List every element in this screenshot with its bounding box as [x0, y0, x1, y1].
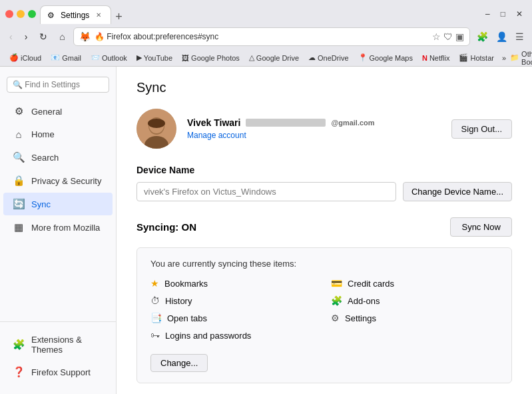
credit-card-icon: 💳	[331, 278, 342, 289]
general-icon: ⚙	[13, 105, 25, 117]
addons-icon: 🧩	[331, 295, 342, 306]
change-device-name-button[interactable]: Change Device Name...	[403, 182, 512, 201]
tab-favicon: ⚙	[47, 11, 57, 20]
sidebar-item-sync[interactable]: 🔄 Sync	[3, 193, 113, 215]
sync-item-bookmarks: ★ Bookmarks	[150, 278, 318, 289]
url-display: 🔥 Firefox about:preferences#sync	[95, 32, 428, 41]
minimize-window-button[interactable]	[17, 10, 25, 18]
close-button[interactable]: ✕	[512, 8, 527, 20]
extensions-icon[interactable]: 🧩	[474, 30, 491, 43]
restore-button[interactable]: □	[497, 8, 509, 20]
active-tab[interactable]: ⚙ Settings ✕	[40, 5, 111, 24]
sync-description: You are currently syncing these items:	[150, 259, 498, 269]
address-bar[interactable]: 🦊 🔥 Firefox about:preferences#sync ☆ 🛡 ▣	[73, 27, 470, 46]
page-title: Sync	[136, 80, 512, 95]
shield-icon[interactable]: 🛡	[443, 31, 453, 42]
profile-info: Vivek Tiwari @gmail.com Manage account	[187, 117, 441, 140]
find-settings-area	[0, 73, 116, 99]
logins-icon: 🗝	[150, 330, 160, 341]
back-button[interactable]: ‹	[5, 29, 17, 44]
sync-items-grid: ★ Bookmarks 💳 Credit cards ⏱ History 🧩 A…	[150, 278, 498, 341]
sidebar-item-label: More from Mozilla	[31, 223, 100, 233]
close-window-button[interactable]	[5, 10, 13, 18]
tab-close-button[interactable]: ✕	[93, 10, 104, 21]
sync-now-button[interactable]: Sync Now	[450, 217, 512, 237]
sync-item-history: ⏱ History	[150, 295, 318, 306]
device-name-section: Device Name Change Device Name...	[136, 165, 512, 201]
bookmark-google-photos[interactable]: 🖼 Google Photos	[178, 53, 244, 63]
bookmark-google-maps[interactable]: 📍 Google Maps	[354, 53, 417, 63]
support-icon: ❓	[13, 366, 25, 378]
mozilla-icon: ▦	[13, 221, 25, 233]
bookmark-google-drive[interactable]: △ Google Drive	[245, 53, 303, 63]
bookmark-youtube[interactable]: ▶ YouTube	[133, 53, 176, 63]
search-icon: 🔍	[13, 151, 25, 163]
profile-name: Vivek Tiwari	[187, 117, 240, 128]
sidebar-item-label: Sync	[31, 199, 51, 209]
syncing-status-row: Syncing: ON Sync Now	[136, 217, 512, 237]
minimize-button[interactable]: –	[481, 8, 494, 20]
bookmark-netflix[interactable]: N Netflix	[418, 53, 454, 63]
window-controls: – □ ✕	[481, 8, 527, 20]
sync-item-creditcards: 💳 Credit cards	[331, 278, 498, 289]
sidebar-item-label: Extensions & Themes	[31, 335, 103, 355]
sync-sidebar-icon: 🔄	[13, 198, 25, 210]
window-traffic-lights[interactable]	[5, 10, 36, 18]
profile-name-row: Vivek Tiwari @gmail.com	[187, 117, 441, 128]
history-icon: ⏱	[150, 295, 160, 306]
sidebar-item-search[interactable]: 🔍 Search	[3, 146, 113, 169]
sidebar-item-support[interactable]: ❓ Firefox Support	[3, 361, 113, 383]
syncing-status-label: Syncing: ON	[136, 221, 196, 233]
sidebar-item-extensions[interactable]: 🧩 Extensions & Themes	[3, 329, 113, 360]
sidebar-item-label: Firefox Support	[31, 367, 91, 377]
bookmark-onedrive[interactable]: ☁ OneDrive	[304, 53, 352, 63]
reload-button[interactable]: ↻	[35, 29, 51, 44]
find-in-settings-input[interactable]	[7, 77, 109, 93]
sidebar-footer: 🧩 Extensions & Themes ❓ Firefox Support	[0, 321, 116, 391]
sidebar-item-privacy[interactable]: 🔒 Privacy & Security	[3, 169, 113, 192]
sync-item-label: Bookmarks	[164, 279, 208, 289]
sync-item-label: Logins and passwords	[165, 331, 251, 341]
sign-out-button[interactable]: Sign Out...	[451, 119, 512, 139]
sidebar-item-label: General	[31, 107, 62, 117]
sync-item-label: Add-ons	[348, 296, 380, 306]
manage-account-link[interactable]: Manage account	[187, 131, 441, 140]
profile-email-blurred	[246, 119, 326, 127]
bookmarks-bar: 🍎 iCloud 📧 Gmail 📨 Outlook ▶ YouTube 🖼 G…	[0, 49, 532, 67]
bookmark-star-icon[interactable]: ☆	[432, 31, 441, 42]
sidebar-item-general[interactable]: ⚙ General	[3, 100, 113, 123]
sync-icon[interactable]: 👤	[493, 30, 510, 43]
privacy-lock-icon: 🔒	[13, 175, 25, 187]
address-bar-icons: ☆ 🛡 ▣	[432, 31, 464, 42]
bookmark-hotstar[interactable]: 🎬 Hotstar	[455, 53, 497, 63]
sidebar-item-mozilla[interactable]: ▦ More from Mozilla	[3, 216, 113, 239]
svg-point-4	[148, 119, 165, 128]
sync-item-logins: 🗝 Logins and passwords	[150, 330, 318, 341]
sync-item-settings: ⚙ Settings	[331, 313, 498, 323]
sync-item-addons: 🧩 Add-ons	[331, 295, 498, 306]
bookmark-outlook[interactable]: 📨 Outlook	[87, 53, 131, 63]
bookmark-icloud[interactable]: 🍎 iCloud	[5, 53, 45, 63]
device-name-input[interactable]	[136, 182, 396, 201]
bookmark-gmail[interactable]: 📧 Gmail	[47, 53, 85, 63]
sidebar-item-label: Search	[31, 153, 59, 163]
forward-button[interactable]: ›	[21, 29, 32, 44]
change-sync-items-button[interactable]: Change...	[150, 354, 208, 372]
pocket-icon[interactable]: ▣	[455, 31, 464, 42]
home-button[interactable]: ⌂	[55, 29, 69, 44]
extensions-sidebar-icon: 🧩	[13, 339, 25, 351]
sidebar-item-home[interactable]: ⌂ Home	[3, 123, 113, 145]
main-content: Sync Vivek Tiwari @gmail.com Manage ac	[117, 67, 532, 394]
sync-item-label: Open tabs	[167, 313, 207, 323]
bookmark-other[interactable]: 📁 Other Bookmarks	[510, 50, 532, 66]
menu-icon[interactable]: ☰	[513, 30, 527, 43]
maximize-window-button[interactable]	[28, 10, 36, 18]
bookmarks-overflow-button[interactable]: »	[499, 53, 509, 63]
new-tab-button[interactable]: +	[111, 10, 127, 24]
avatar	[136, 109, 176, 149]
sidebar-item-label: Home	[31, 129, 55, 139]
toolbar-right: 🧩 👤 ☰	[474, 30, 527, 43]
sidebar: ⚙ General ⌂ Home 🔍 Search 🔒 Privacy & Se…	[0, 67, 117, 394]
firefox-logo-icon: 🦊	[79, 31, 91, 42]
sidebar-item-label: Privacy & Security	[31, 176, 101, 186]
